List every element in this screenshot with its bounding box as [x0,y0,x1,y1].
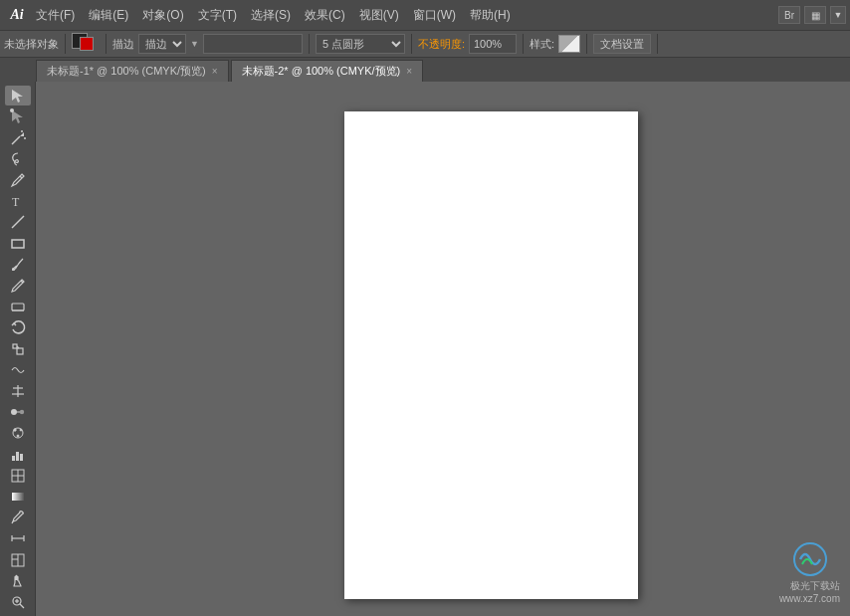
menu-edit[interactable]: 编辑(E) [83,5,134,26]
workspace-arrow[interactable]: ▼ [830,6,846,24]
svg-point-25 [13,429,15,431]
divider-1 [65,34,66,54]
toolbar: T [0,82,36,616]
workspace-button[interactable]: ▦ [804,6,826,24]
control-bar: 未选择对象 描边 描边 ▼ 5 点圆形 不透明度: 样式: 文档设置 [0,30,850,58]
svg-marker-4 [20,132,24,136]
watermark-logo [780,539,840,579]
svg-point-21 [11,409,17,415]
tool-blend[interactable] [5,402,31,422]
divider-6 [586,34,587,54]
app-logo: Ai [4,0,30,30]
tool-graph[interactable] [5,444,31,464]
stroke-type-select[interactable]: 描边 [138,34,186,54]
svg-rect-13 [12,304,24,310]
arrow-icon: ▼ [190,39,199,49]
menu-object[interactable]: 对象(O) [136,5,189,26]
tab-bar: 未标题-1* @ 100% (CMYK/预览) × 未标题-2* @ 100% … [0,58,850,82]
artboard [344,111,638,599]
svg-line-9 [12,216,24,228]
tool-rect[interactable] [5,233,31,253]
tab-2-label: 未标题-2* @ 100% (CMYK/预览) [242,64,401,79]
menu-bar: 文件(F) 编辑(E) 对象(O) 文字(T) 选择(S) 效果(C) 视图(V… [30,0,778,30]
style-swatch[interactable] [558,35,580,53]
svg-rect-10 [12,240,24,248]
tab-2-close[interactable]: × [406,66,412,77]
watermark: 极光下载站 www.xz7.com [779,539,840,604]
svg-text:T: T [12,195,20,209]
tool-lasso[interactable] [5,149,31,169]
doc-settings-button[interactable]: 文档设置 [593,34,651,54]
canvas-area[interactable]: 极光下载站 www.xz7.com [36,82,850,616]
svg-point-11 [12,268,15,271]
menu-help[interactable]: 帮助(H) [464,5,517,26]
tool-eraser[interactable] [5,297,31,316]
tool-width[interactable] [5,381,31,401]
tool-symbol[interactable] [5,423,31,443]
svg-point-27 [17,435,19,437]
tab-1-close[interactable]: × [212,66,218,77]
svg-point-2 [10,108,14,112]
svg-line-3 [12,136,20,144]
tool-select[interactable] [5,86,31,105]
tool-mesh[interactable] [5,466,31,486]
tool-type[interactable]: T [5,191,31,211]
svg-rect-29 [16,452,19,461]
svg-line-43 [20,604,24,608]
menu-effect[interactable]: 效果(C) [299,5,351,26]
tool-pen[interactable] [5,170,31,190]
stroke-swatch[interactable] [80,37,94,51]
watermark-site-name: 极光下载站 [790,579,840,593]
title-bar: Ai 文件(F) 编辑(E) 对象(O) 文字(T) 选择(S) 效果(C) 视… [0,0,850,30]
divider-4 [411,34,412,54]
tool-pencil[interactable] [5,276,31,296]
tool-slice[interactable] [5,549,31,569]
tab-2[interactable]: 未标题-2* @ 100% (CMYK/预览) × [231,60,424,82]
tab-1[interactable]: 未标题-1* @ 100% (CMYK/预览) × [36,60,229,82]
brush-select[interactable]: 5 点圆形 [316,34,405,54]
svg-rect-30 [20,454,23,461]
svg-rect-16 [13,344,17,348]
tool-paintbrush[interactable] [5,255,31,275]
opacity-label: 不透明度: [418,37,465,52]
tool-magic-wand[interactable] [5,127,31,147]
menu-select[interactable]: 选择(S) [245,5,297,26]
tool-rotate[interactable] [5,317,31,337]
main-area: T [0,82,850,616]
tool-eyedropper[interactable] [5,508,31,527]
divider-2 [106,34,106,54]
status-label: 未选择对象 [4,37,59,52]
stroke-options-input[interactable] [203,34,303,54]
style-label: 样式: [530,37,554,52]
bridge-button[interactable]: Br [778,6,800,24]
tool-gradient[interactable] [5,487,31,507]
menu-text[interactable]: 文字(T) [192,5,243,26]
menu-view[interactable]: 视图(V) [353,5,405,26]
divider-3 [309,34,310,54]
svg-marker-1 [12,110,23,123]
svg-rect-34 [12,493,24,501]
tool-direct-select[interactable] [5,106,31,126]
svg-rect-28 [12,456,15,461]
svg-point-22 [19,410,23,414]
tool-measure[interactable] [5,528,31,548]
svg-rect-15 [17,348,23,354]
tab-1-label: 未标题-1* @ 100% (CMYK/预览) [47,64,206,79]
opacity-input[interactable] [469,34,517,54]
fill-stroke-group [72,33,100,55]
tool-hand[interactable] [5,571,31,591]
menu-window[interactable]: 窗口(W) [407,5,462,26]
tool-line[interactable] [5,212,31,232]
divider-5 [523,34,524,54]
tool-warp[interactable] [5,360,31,380]
tool-scale[interactable] [5,338,31,358]
svg-line-35 [12,521,13,523]
stroke-label: 描边 [112,37,134,52]
svg-line-7 [20,176,22,178]
svg-point-26 [20,429,22,431]
tool-zoom[interactable] [5,592,31,612]
watermark-site-url: www.xz7.com [779,593,840,604]
svg-marker-0 [12,90,23,103]
menu-file[interactable]: 文件(F) [30,5,81,26]
divider-7 [657,34,658,54]
